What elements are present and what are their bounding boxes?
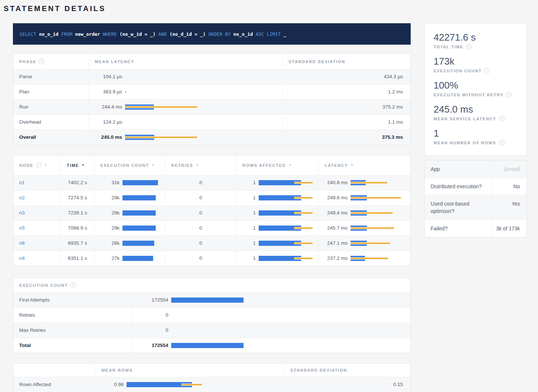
mean-latency-value: 244.4 ms [95,104,122,110]
info-icon[interactable]: i [499,140,504,145]
attribute-row-distributed-execution: Distributed execution? No [425,178,527,195]
node-retries: 0 [165,175,237,190]
layout: SELECT no_o_id FROM new_order WHERE (no_… [13,23,527,392]
node-latency: 249.6 ms [325,195,348,201]
node-row: n4 6351.1 s 27k 0 1 237.2 ms [13,251,410,266]
execution-count-bar [123,225,159,231]
stat-label: EXECUTED WITHOUT RETRYi [434,92,518,97]
latency-bar [351,240,404,246]
latency-bar [351,225,404,231]
execution-count-bar [123,180,159,186]
latency-bar [351,210,404,216]
stat-value: 173k [434,56,518,67]
statement-attributes-table: App (unset) Distributed execution? No Us… [424,160,527,237]
stat-execution-count: 173k EXECUTION COUNTi [434,56,518,73]
stat-total-time: 42271.6 s TOTAL TIMEi [434,32,518,49]
mean-rows-bar [127,382,278,388]
info-icon[interactable]: i [466,44,472,49]
node-link[interactable]: n2 [19,195,25,200]
attribute-value: Yes [492,195,527,220]
execution-count-bar [123,210,159,216]
node-retries: 0 [165,251,237,266]
stddev-line [125,106,197,108]
mean-latency-value: 383.9 µs [95,89,122,95]
rows-affected-table: MEAN ROWS STANDARD DEVIATION Rows Affect… [13,363,411,392]
node-link[interactable]: n6 [19,240,25,246]
phase-row: Overhead 124.2 µs 1.1 ms [13,114,410,130]
col-header-latency[interactable]: LATENCY▼ [319,155,410,175]
sort-desc-icon: ▼ [44,164,48,167]
node-retries: 0 [165,221,237,235]
node-time: 7068.9 s [61,221,94,235]
node-rows-affected: 1 [242,255,256,261]
node-time: 7274.5 s [61,190,94,205]
attribute-row-cost-based-optimizer: Used cost-based optimizer? Yes [425,195,527,220]
info-icon[interactable]: i [499,116,504,121]
phase-name: Run [13,100,89,114]
col-header-execution-count[interactable]: EXECUTION COUNT▼ [94,155,165,175]
sql-token: SELECT [20,31,36,37]
col-header-node[interactable]: NODEi▼ [13,155,61,175]
execution-count-header: EXECUTION COUNTi [13,278,82,292]
node-link[interactable]: n5 [19,225,25,231]
attribute-row-app: App (unset) [425,161,527,178]
phase-name: Plan [13,85,89,99]
attribute-label: App [425,161,492,178]
execution-count-value: 0 [138,312,168,318]
phase-col-header: PHASEi [13,54,89,69]
sql-token: no_o_id [234,31,253,37]
phase-name: Overall [13,130,89,145]
node-link[interactable]: n1 [19,180,25,185]
node-time: 6351.1 s [61,251,94,266]
latency-bar [125,134,276,140]
info-icon[interactable]: i [70,282,76,288]
side-column: 42271.6 s TOTAL TIMEi 173k EXECUTION COU… [424,23,527,237]
node-execution-count: 29k [100,225,120,231]
latency-bar [351,255,404,261]
info-icon[interactable]: i [506,92,511,97]
phase-row: Run 244.4 ms 375.2 ms [13,99,410,114]
node-table-header-row: NODEi▼ TIME▼ EXECUTION COUNT▼ RETRIES▼ R… [13,155,410,175]
stat-value: 42271.6 s [434,32,518,43]
node-link[interactable]: n4 [19,255,25,261]
latency-bar [125,74,276,80]
execution-count-label: Retries [13,308,132,323]
sql-token: (no_w_id = _) [120,31,156,37]
node-retries: 0 [165,236,237,251]
sort-desc-icon: ▼ [289,164,292,167]
attribute-label: Distributed execution? [425,178,492,195]
latency-bar [351,195,404,201]
stddev-value: 434.3 µs [283,69,410,84]
mean-latency-value: 245.0 ms [95,134,122,140]
node-time: 7239.1 s [61,206,94,220]
execution-count-bar [171,297,404,303]
col-header-rows-affected[interactable]: ROWS AFFECTED▼ [237,155,319,175]
rows-affected-bar [259,255,313,261]
mean-latency-value: 104.1 µs [95,74,122,80]
latency-bar [125,119,276,125]
info-icon[interactable]: i [484,68,490,73]
node-latency: 249.4 ms [325,210,348,216]
node-retries: 0 [165,206,237,220]
rows-affected-bar [259,240,313,246]
phase-table-header-row: PHASEi MEAN LATENCY STANDARD DEVIATION [13,54,410,69]
info-icon[interactable]: i [36,162,42,168]
stddev-value: 0.15 [284,377,410,392]
stddev-value: 375.2 ms [283,100,410,114]
node-link[interactable]: n3 [19,210,25,216]
rows-affected-label: Rows Affected [13,377,96,392]
attribute-value: 3k of 173k [492,220,527,237]
rows-affected-bar [259,225,313,231]
node-time: 6935.7 s [61,236,94,251]
stddev-value: 1.1 ms [283,115,410,130]
node-retries: 0 [165,190,237,205]
phase-row: Parse 104.1 µs 434.3 µs [13,69,410,84]
rows-affected-header-row: MEAN ROWS STANDARD DEVIATION [13,364,410,377]
col-header-retries[interactable]: RETRIES▼ [165,155,237,175]
rows-affected-row: Rows Affected 0.98 0.15 [13,377,410,392]
node-latency: 240.6 ms [325,180,348,186]
col-header-time[interactable]: TIME▼ [61,155,94,175]
sql-token: WHERE [103,31,117,37]
info-icon[interactable]: i [39,59,44,64]
execution-count-value: 172554 [138,297,168,303]
